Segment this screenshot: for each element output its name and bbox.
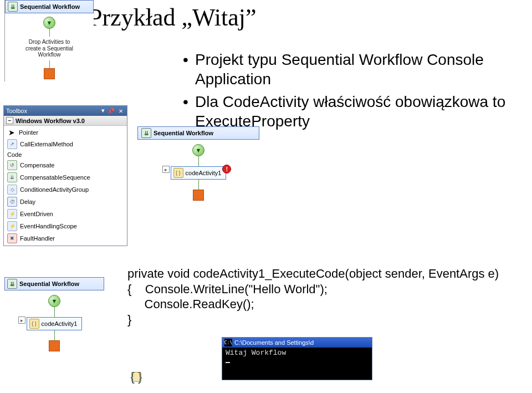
toolbox-item-label: Code: [7, 151, 22, 158]
toolbox-item-pointer[interactable]: ➤ Pointer: [4, 127, 127, 138]
activity-icon: ⚡: [7, 221, 17, 231]
console-line: Witaj Workflow: [226, 349, 286, 357]
code-line: private void codeActivity1_ExecuteCode(o…: [127, 267, 499, 280]
fault-icon: ✖: [7, 233, 17, 243]
console-title-bar[interactable]: C:\ C:\Documents and Settings\d: [222, 338, 372, 348]
designer-title: Sequential Workflow: [19, 280, 79, 287]
connector-line: [198, 180, 199, 190]
toolbox-item-label: CompensatableSequence: [20, 174, 90, 181]
connector-line: [198, 156, 199, 166]
activity-icon: ◇: [7, 185, 17, 195]
smart-tag-icon[interactable]: ▸: [162, 166, 170, 173]
designer-title-bar: ⇊ Sequential Workflow: [5, 0, 94, 13]
start-node-icon: ▼: [192, 144, 204, 156]
code-activity-icon: { }: [29, 319, 39, 329]
pin-icon[interactable]: 📌: [107, 107, 115, 115]
toolbox-panel: Toolbox ▾ 📌 ✕ − Windows Workflow v3.0 ➤ …: [3, 105, 127, 246]
toolbox-item-label: ConditionedActivityGroup: [20, 186, 89, 193]
bullet-item: Projekt typu Sequential Workflow Console…: [183, 50, 532, 89]
connector-line: [49, 60, 50, 68]
console-window[interactable]: C:\ C:\Documents and Settings\d Witaj Wo…: [222, 337, 372, 380]
toolbox-item-eventhandlingscope[interactable]: ⚡ EventHandlingScope: [4, 220, 127, 232]
end-node-icon: [44, 68, 55, 79]
toolbox-category[interactable]: − Windows Workflow v3.0: [4, 116, 127, 126]
toolbox-item-conditionedactivitygroup[interactable]: ◇ ConditionedActivityGroup: [4, 183, 127, 196]
code-activity-node[interactable]: ▸ { } codeActivity1: [27, 317, 83, 330]
sequential-workflow-icon: ⇊: [8, 2, 18, 12]
toolbox-item-delay[interactable]: ⏱ Delay: [4, 196, 127, 208]
toolbox-item-label: Pointer: [19, 129, 38, 136]
activity-name: codeActivity1: [42, 320, 78, 327]
toolbox-item-label: Delay: [20, 198, 35, 205]
console-output: Witaj Workflow: [222, 348, 372, 380]
connector-line: [54, 307, 55, 317]
drop-hint-text: Drop Activities to create a Sequential W…: [25, 39, 73, 58]
code-activity-node[interactable]: ▸ { } codeActivity1 !: [171, 166, 227, 180]
code-activity-icon: { }: [173, 168, 183, 178]
connector-line: [54, 330, 55, 340]
toolbox-item-label: EventDriven: [20, 211, 53, 217]
code-activity-icon: { }: [131, 372, 141, 382]
end-node-icon: [193, 190, 204, 201]
toolbox-item-label: EventHandlingScope: [20, 223, 77, 229]
collapse-icon[interactable]: −: [6, 117, 13, 124]
code-line: Console.ReadKey();: [127, 297, 254, 311]
toolbox-item-label: FaultHandler: [20, 235, 55, 242]
sequential-workflow-designer-error[interactable]: ⇊ Sequential Workflow ▼ ▸ { } codeActivi…: [137, 126, 259, 205]
error-badge-icon[interactable]: !: [222, 165, 231, 173]
console-title-text: C:\Documents and Settings\d: [234, 339, 314, 346]
toolbox-item-code[interactable]: { } Code: [4, 150, 127, 159]
toolbox-title: Toolbox: [6, 108, 27, 114]
activity-icon: ↗: [7, 139, 17, 149]
code-line: { Console.WriteLine("Hello World");: [127, 282, 328, 296]
sequential-workflow-designer-valid[interactable]: ⇊ Sequential Workflow ▼ ▸ { } codeActivi…: [4, 277, 104, 356]
activity-icon: ⚡: [7, 209, 17, 219]
designer-title: Sequential Workflow: [20, 3, 80, 10]
start-node-icon: ▼: [48, 295, 60, 307]
slide-bullets: Projekt typu Sequential Workflow Console…: [161, 50, 532, 134]
dropdown-icon[interactable]: ▾: [101, 107, 105, 115]
pointer-icon: ➤: [7, 128, 16, 137]
code-snippet: private void codeActivity1_ExecuteCode(o…: [127, 266, 499, 327]
cmd-icon: C:\: [224, 339, 232, 346]
sequential-workflow-designer-empty[interactable]: ⇊ Sequential Workflow ▼ Drop Activities …: [4, 0, 94, 81]
toolbox-item-eventdriven[interactable]: ⚡ EventDriven: [4, 208, 127, 220]
close-icon[interactable]: ✕: [117, 107, 125, 115]
toolbox-category-label: Windows Workflow v3.0: [16, 118, 85, 124]
cursor-icon: [226, 362, 230, 363]
toolbox-item-list: ➤ Pointer ↗ CallExternalMethod { } Code …: [4, 126, 127, 246]
designer-title-bar: ⇊ Sequential Workflow: [4, 277, 104, 290]
toolbox-item-label: CallExternalMethod: [20, 141, 73, 147]
toolbox-header[interactable]: Toolbox ▾ 📌 ✕: [4, 106, 127, 116]
toolbox-item-label: Compensate: [20, 162, 54, 169]
activity-icon: ⇊: [7, 172, 17, 182]
toolbox-item-faulthandler[interactable]: ✖ FaultHandler: [4, 232, 127, 244]
activity-icon: ↺: [7, 160, 17, 170]
toolbox-item-compensatablesequence[interactable]: ⇊ CompensatableSequence: [4, 171, 127, 183]
activity-name: codeActivity1: [186, 170, 222, 176]
smart-tag-icon[interactable]: ▸: [18, 317, 25, 324]
code-line: }: [127, 313, 131, 326]
designer-title: Sequential Workflow: [154, 130, 213, 136]
end-node-icon: [49, 340, 60, 351]
sequential-workflow-icon: ⇊: [7, 279, 17, 289]
start-node-icon: ▼: [43, 17, 55, 29]
connector-line: [49, 29, 50, 37]
bullet-item: Dla CodeActivity właściwość obowiązkowa …: [183, 92, 532, 131]
slide-title: Przykład „Witaj”: [89, 3, 256, 32]
toolbox-item-compensate[interactable]: ↺ Compensate: [4, 159, 127, 171]
delay-icon: ⏱: [7, 197, 17, 207]
sequential-workflow-icon: ⇊: [141, 128, 151, 138]
toolbox-item-callexternalmethod[interactable]: ↗ CallExternalMethod: [4, 138, 127, 150]
designer-title-bar: ⇊ Sequential Workflow: [137, 126, 259, 140]
